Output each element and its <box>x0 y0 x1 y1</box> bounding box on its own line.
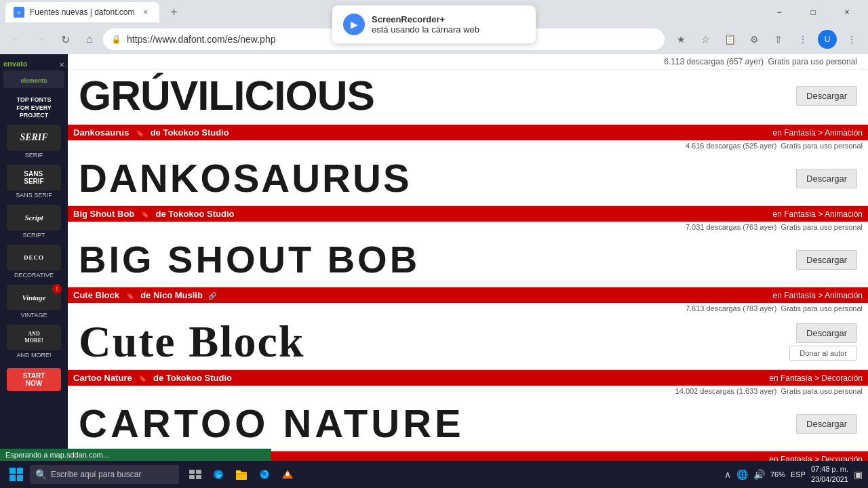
sidebar-sans-label: SANS SERIF <box>16 192 52 199</box>
reload-button[interactable]: ↻ <box>54 28 76 50</box>
search-icon: 🔍 <box>35 469 47 480</box>
danko-category: en Fantasía > Animación <box>773 128 863 138</box>
sound-icon-area[interactable]: 🔊 <box>753 469 765 480</box>
top-info-bar: 6.113 descargas (657 ayer) Gratis para u… <box>68 54 868 70</box>
battery-percentage: 76% <box>770 470 785 479</box>
taskbar-pinned-icons <box>184 464 298 485</box>
sidebar-vintage-label: VINTAGE <box>21 312 47 319</box>
taskbar-sys-icons: ∧ <box>724 469 731 480</box>
browser-menu-icon[interactable]: ⋮ <box>841 28 863 50</box>
svg-rect-2 <box>9 475 16 481</box>
cartoo-preview-area: CARTOO NATURE Descargar <box>68 396 868 451</box>
cartoo-name-link[interactable]: Cartoo Nature 🔖 de Tokokoo Studio <box>73 373 232 383</box>
cartoo-download-button[interactable]: Descargar <box>796 414 857 434</box>
close-window-button[interactable]: × <box>831 0 863 24</box>
gruvil-actions: Descargar <box>796 86 857 106</box>
sidebar-item-decorative[interactable]: DECO DECORATIVE <box>3 243 64 280</box>
envato-logo: envato <box>3 60 27 68</box>
back-button[interactable]: ← <box>5 28 27 50</box>
chevron-up-icon[interactable]: ∧ <box>724 469 731 480</box>
network-icon: 🌐 <box>736 469 748 480</box>
notification-text: ScreenRecorder+ está usando la cámara we… <box>372 14 479 35</box>
active-tab[interactable]: d Fuentes nuevas | dafont.com × <box>5 2 159 22</box>
sidebar-script-label: SCRIPT <box>22 232 45 239</box>
tab-close-button[interactable]: × <box>140 7 151 18</box>
home-button[interactable]: ⌂ <box>79 28 100 50</box>
danko-actions: Descargar <box>796 169 857 188</box>
cute-preview-area: Cute Block Descargar Donar al autor <box>68 314 868 369</box>
start-button[interactable] <box>5 464 27 485</box>
danko-meta: 4.616 descargas (525 ayer) Gratis para u… <box>68 140 868 151</box>
taskbar-search-placeholder: Escribe aquí para buscar <box>51 470 141 479</box>
cartoo-category: en Fantasía > Decoración <box>769 373 863 383</box>
svg-rect-4 <box>189 470 195 474</box>
bigshout-name-link[interactable]: Big Shout Bob 🔖 de Tokokoo Studio <box>73 209 235 219</box>
cute-name-link[interactable]: Cute Block 🔖 de Nico Muslib 🔗 <box>73 290 216 300</box>
notification-icon: ▶ <box>343 14 365 35</box>
danko-name-link[interactable]: Dankosaurus 🔖 de Tokokoo Studio <box>73 127 229 138</box>
cute-meta: 7.613 descargas (783 ayer) Gratis para u… <box>68 303 868 314</box>
danko-download-button[interactable]: Descargar <box>796 169 857 188</box>
screen-recorder-notification: ▶ ScreenRecorder+ está usando la cámara … <box>332 5 536 43</box>
vintage-badge: ! <box>52 284 62 293</box>
gruvil-download-button[interactable]: Descargar <box>796 86 857 106</box>
extensions-icon[interactable]: ★ <box>670 28 692 50</box>
toolbar-icons: ★ ☆ 📋 ⚙ ⇧ ⋮ U ⋮ <box>670 28 863 50</box>
sidebar-andmore-label: AND MORE! <box>16 352 51 359</box>
bigshout-meta: 7.031 descargas (763 ayer) Gratis para u… <box>68 222 868 232</box>
svg-rect-6 <box>189 475 195 479</box>
svg-rect-1 <box>17 468 23 474</box>
network-icon-area[interactable]: 🌐 <box>736 469 748 480</box>
main-content: 6.113 descargas (657 ayer) Gratis para u… <box>68 54 868 488</box>
taskbar-date-display: 23/04/2021 <box>811 474 848 485</box>
font-entry-cartoo: Cartoo Nature 🔖 de Tokokoo Studio en Fan… <box>68 370 868 451</box>
decorative-preview: DECO <box>7 245 61 270</box>
taskbar-right-area: ∧ 🌐 🔊 76% ESP 07:48 p. m. 23/04/2021 ▣ <box>724 464 863 485</box>
favorites-icon[interactable]: ☆ <box>694 28 716 50</box>
cute-donate-button[interactable]: Donar al autor <box>789 346 857 361</box>
explorer-icon[interactable] <box>231 464 252 485</box>
status-text: Esperando a map.sddan.com... <box>5 451 109 459</box>
top-fonts-text: TOP FONTS FOR EVERY PROJECT <box>14 94 54 123</box>
more-tools-icon[interactable]: ⋮ <box>792 28 814 50</box>
window-controls: − □ × <box>764 0 863 24</box>
sidebar-item-serif[interactable]: SERIF SERIF <box>3 123 64 160</box>
collections-icon[interactable]: 📋 <box>719 28 741 50</box>
notification-icon[interactable]: ▣ <box>854 469 863 480</box>
share-icon[interactable]: ⇧ <box>768 28 789 50</box>
script-preview: Script <box>7 205 61 230</box>
battery-area[interactable]: 76% <box>770 470 785 479</box>
font-preview-gruvil: GRÚVILICIOUS Descargar <box>68 70 868 124</box>
bigshout-preview-area: BIG SHOUT BOB Descargar <box>68 232 868 287</box>
bigshout-header: Big Shout Bob 🔖 de Tokokoo Studio en Fan… <box>68 206 868 222</box>
profile-button[interactable]: U <box>816 28 838 50</box>
settings-icon[interactable]: ⚙ <box>743 28 765 50</box>
profile-avatar: U <box>818 30 837 49</box>
gruvil-preview-text: GRÚVILICIOUS <box>79 75 374 117</box>
forward-button[interactable]: → <box>30 28 52 50</box>
start-now-button[interactable]: START NOW <box>7 368 61 391</box>
sidebar-item-script[interactable]: Script SCRIPT <box>3 203 64 240</box>
cute-download-button[interactable]: Descargar <box>796 323 857 343</box>
sidebar-close-icon[interactable]: ✕ <box>59 61 64 68</box>
vlc-icon[interactable] <box>277 464 298 485</box>
sans-serif-preview: SANSSERIF <box>7 165 61 190</box>
top-license: Gratis para uso personal <box>768 57 857 66</box>
edge-browser-icon[interactable] <box>208 464 229 485</box>
edge-taskbar-icon[interactable] <box>254 464 275 485</box>
cute-category: en Fantasía > Animación <box>773 291 863 300</box>
envato-elements-label: elements <box>3 70 64 88</box>
taskbar-clock[interactable]: 07:48 p. m. 23/04/2021 <box>811 464 848 485</box>
sidebar-item-sans-serif[interactable]: SANSSERIF SANS SERIF <box>3 163 64 200</box>
font-entry-cute: Cute Block 🔖 de Nico Muslib 🔗 en Fantasí… <box>68 287 868 370</box>
danko-header: Dankosaurus 🔖 de Tokokoo Studio en Fanta… <box>68 125 868 140</box>
sidebar-item-andmore[interactable]: ANDMORE! AND MORE! <box>3 323 64 360</box>
sidebar-item-vintage[interactable]: Vintage VINTAGE ! <box>3 283 64 320</box>
taskbar-search-box[interactable]: 🔍 Escribe aquí para buscar <box>30 465 179 484</box>
task-view-icon[interactable] <box>184 464 206 485</box>
input-lang-area: ESP <box>791 470 806 479</box>
new-tab-button[interactable]: + <box>165 3 184 22</box>
minimize-button[interactable]: − <box>764 0 795 24</box>
bigshout-download-button[interactable]: Descargar <box>796 250 857 270</box>
maximize-button[interactable]: □ <box>797 0 829 24</box>
